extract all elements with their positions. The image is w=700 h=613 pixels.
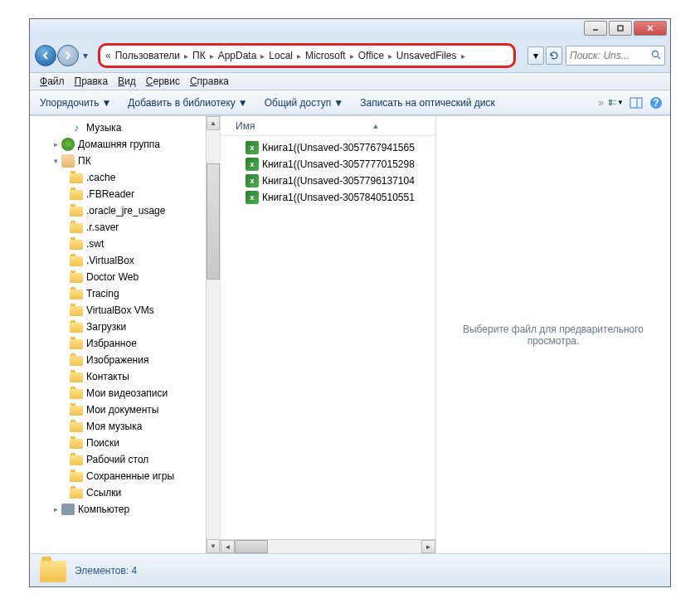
tree-item[interactable]: Контакты	[33, 368, 203, 385]
folder-icon	[70, 370, 83, 383]
breadcrumb-segment[interactable]: Office	[356, 48, 386, 63]
breadcrumb-separator-icon[interactable]: ▸	[260, 51, 265, 61]
maximize-button[interactable]	[609, 21, 632, 36]
tree-item[interactable]: Ссылки	[33, 484, 203, 501]
folder-icon	[70, 420, 83, 433]
breadcrumb-separator-icon[interactable]: ▸	[184, 51, 188, 61]
breadcrumb-separator-icon[interactable]: ▸	[350, 51, 354, 61]
forward-button[interactable]	[57, 45, 79, 66]
folder-icon	[70, 304, 83, 317]
tree-item[interactable]: .oracle_jre_usage	[33, 202, 203, 219]
svg-rect-6	[610, 100, 612, 102]
preview-pane-button[interactable]	[629, 95, 644, 110]
back-button[interactable]	[35, 45, 56, 66]
add-to-library-button[interactable]: Добавить в библиотеку ▼	[124, 95, 250, 111]
menu-edit[interactable]: Правка	[70, 74, 114, 89]
tree-item[interactable]: ▾ПК	[33, 153, 203, 169]
breadcrumb-segment[interactable]: Microsoft	[303, 48, 348, 63]
breadcrumb-segment[interactable]: Пользователи	[113, 48, 182, 63]
tree-item-label: Мои документы	[86, 404, 158, 416]
file-name: Книга1((Unsaved-3057796137104	[262, 175, 415, 187]
tree-item-label: .VirtualBox	[86, 255, 134, 266]
tree-item[interactable]: .r.saver	[33, 219, 203, 236]
tree-item[interactable]: Мои документы	[33, 401, 203, 418]
column-header-name[interactable]: Имя ▲	[221, 116, 435, 136]
folder-icon	[70, 254, 83, 267]
breadcrumb-segment[interactable]: UnsavedFiles	[394, 48, 459, 63]
breadcrumb-segment[interactable]: ПК	[190, 48, 208, 63]
address-dropdown[interactable]: ▾	[527, 46, 544, 65]
scroll-left-button[interactable]: ◄	[221, 540, 235, 553]
sidebar-scrollbar[interactable]: ▲ ▼	[206, 116, 220, 553]
expander-icon[interactable]: ▸	[51, 140, 60, 148]
tree-item[interactable]: Поиски	[33, 435, 203, 451]
file-name: Книга1((Unsaved-3057840510551	[262, 192, 415, 203]
tree-item[interactable]: ▸Домашняя группа	[33, 136, 203, 153]
menu-tools[interactable]: Сервис	[141, 74, 185, 89]
tree-item[interactable]: .FBReader	[33, 186, 203, 202]
folder-icon	[40, 557, 66, 584]
tree-item[interactable]: Мои видеозаписи	[33, 385, 203, 401]
expander-icon[interactable]: ▸	[51, 505, 60, 513]
folder-icon	[70, 287, 83, 300]
tree-item[interactable]: .cache	[33, 169, 203, 186]
tree-item[interactable]: Сохраненные игры	[33, 468, 203, 484]
search-box[interactable]	[566, 46, 665, 66]
tree-item[interactable]: ▸Компьютер	[33, 501, 203, 518]
menu-help[interactable]: Справка	[185, 74, 234, 89]
help-button[interactable]: ?	[649, 95, 664, 110]
tree-item[interactable]: ♪Музыка	[33, 119, 203, 136]
tree-item[interactable]: Tracing	[33, 285, 203, 302]
menu-file[interactable]: Файл	[35, 74, 70, 89]
file-name: Книга1((Unsaved-3057777015298	[262, 158, 415, 170]
scroll-thumb[interactable]	[207, 163, 220, 280]
file-row[interactable]: xКнига1((Unsaved-3057796137104	[245, 173, 430, 189]
scroll-right-button[interactable]: ►	[421, 540, 435, 553]
excel-file-icon: x	[245, 158, 259, 171]
tree-item-label: Музыка	[86, 122, 121, 134]
share-button[interactable]: Общий доступ ▼	[261, 95, 348, 111]
expander-icon[interactable]: ▾	[51, 157, 60, 165]
tree-item[interactable]: Избранное	[33, 335, 203, 352]
toolbar-overflow-icon[interactable]: »	[598, 97, 604, 109]
menu-view[interactable]: Вид	[113, 74, 141, 89]
address-bar[interactable]: « Пользователи▸ПК▸AppData▸Local▸Microsof…	[98, 43, 516, 68]
refresh-button[interactable]	[546, 46, 562, 65]
breadcrumb-separator-icon[interactable]: ▸	[297, 51, 301, 61]
breadcrumb-separator-icon[interactable]: ▸	[210, 51, 214, 61]
svg-point-4	[653, 51, 659, 56]
minimize-button[interactable]	[584, 21, 607, 36]
tree-item[interactable]: .swt	[33, 236, 203, 252]
close-button[interactable]	[634, 21, 667, 36]
breadcrumb-overflow-icon[interactable]: «	[105, 50, 111, 61]
tree-item[interactable]: .VirtualBox	[33, 252, 203, 269]
file-row[interactable]: xКнига1((Unsaved-3057840510551	[245, 189, 430, 206]
file-row[interactable]: xКнига1((Unsaved-3057767941565	[245, 139, 430, 156]
svg-rect-10	[630, 98, 642, 108]
scroll-down-button[interactable]: ▼	[207, 539, 220, 553]
breadcrumb-segment[interactable]: Local	[266, 48, 295, 63]
breadcrumb-separator-icon[interactable]: ▸	[388, 51, 392, 61]
search-icon	[651, 50, 661, 62]
tree-item[interactable]: Моя музыка	[33, 418, 203, 435]
horizontal-scrollbar[interactable]: ◄ ►	[221, 539, 435, 553]
folder-icon	[70, 453, 83, 466]
tree-item[interactable]: Рабочий стол	[33, 451, 203, 468]
file-row[interactable]: xКнига1((Unsaved-3057777015298	[245, 156, 430, 173]
search-input[interactable]	[570, 50, 636, 61]
breadcrumb-separator-icon[interactable]: ▸	[461, 51, 465, 61]
tree-item[interactable]: Изображения	[33, 352, 203, 368]
scroll-up-button[interactable]: ▲	[207, 116, 220, 130]
burn-disc-button[interactable]: Записать на оптический диск	[357, 95, 498, 111]
view-mode-button[interactable]: ▼	[609, 95, 624, 110]
tree-item-label: Контакты	[86, 371, 129, 382]
tree-item[interactable]: Загрузки	[33, 319, 203, 335]
folder-icon	[70, 469, 83, 483]
tree-item[interactable]: VirtualBox VMs	[33, 302, 203, 319]
organize-button[interactable]: Упорядочить ▼	[36, 95, 114, 111]
hscroll-thumb[interactable]	[235, 540, 268, 553]
breadcrumb-segment[interactable]: AppData	[216, 48, 260, 63]
tree-item[interactable]: Doctor Web	[33, 269, 203, 285]
toolbar: Упорядочить ▼ Добавить в библиотеку ▼ Об…	[30, 90, 670, 115]
history-dropdown[interactable]: ▾	[80, 45, 91, 66]
